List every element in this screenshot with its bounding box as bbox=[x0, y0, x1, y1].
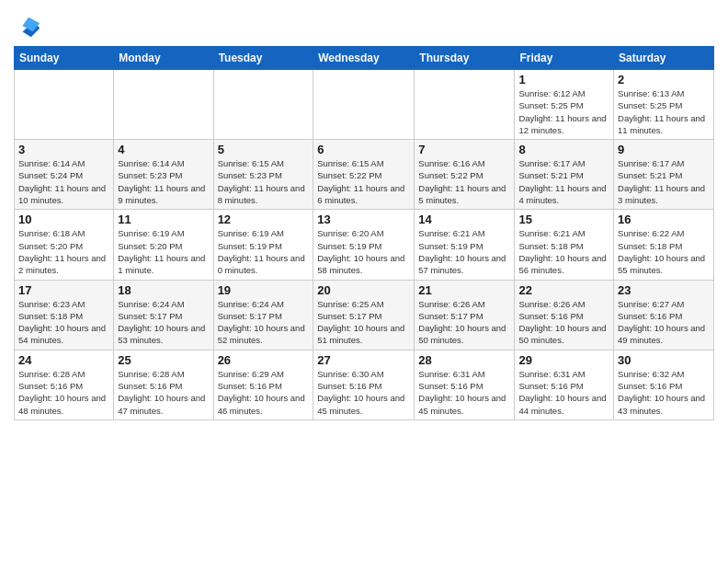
cell-day-number: 28 bbox=[418, 353, 510, 367]
cell-day-number: 8 bbox=[518, 143, 609, 156]
calendar-cell: 30Sunrise: 6:32 AM Sunset: 5:16 PM Dayli… bbox=[614, 350, 714, 419]
cell-info-text: Sunrise: 6:30 AM Sunset: 5:16 PM Dayligh… bbox=[317, 368, 410, 417]
cell-day-number: 12 bbox=[218, 213, 310, 226]
calendar-cell: 19Sunrise: 6:24 AM Sunset: 5:17 PM Dayli… bbox=[213, 280, 313, 350]
calendar-cell: 2Sunrise: 6:13 AM Sunset: 5:25 PM Daylig… bbox=[614, 70, 714, 140]
calendar-week-row: 3Sunrise: 6:14 AM Sunset: 5:24 PM Daylig… bbox=[15, 140, 714, 210]
cell-day-number: 13 bbox=[317, 213, 410, 226]
cell-info-text: Sunrise: 6:31 AM Sunset: 5:16 PM Dayligh… bbox=[518, 368, 609, 417]
cell-day-number: 23 bbox=[618, 283, 710, 297]
cell-day-number: 9 bbox=[618, 143, 710, 156]
calendar-week-row: 1Sunrise: 6:12 AM Sunset: 5:25 PM Daylig… bbox=[15, 70, 714, 140]
cell-day-number: 1 bbox=[518, 73, 609, 86]
cell-info-text: Sunrise: 6:12 AM Sunset: 5:25 PM Dayligh… bbox=[518, 87, 609, 136]
calendar-cell bbox=[415, 70, 515, 140]
calendar-cell: 17Sunrise: 6:23 AM Sunset: 5:18 PM Dayli… bbox=[15, 280, 114, 350]
calendar-table: SundayMondayTuesdayWednesdayThursdayFrid… bbox=[14, 46, 714, 420]
calendar-cell: 14Sunrise: 6:21 AM Sunset: 5:19 PM Dayli… bbox=[415, 210, 515, 280]
calendar-cell: 25Sunrise: 6:28 AM Sunset: 5:16 PM Dayli… bbox=[114, 350, 213, 419]
cell-day-number: 25 bbox=[118, 353, 209, 367]
cell-info-text: Sunrise: 6:32 AM Sunset: 5:16 PM Dayligh… bbox=[618, 368, 710, 417]
cell-info-text: Sunrise: 6:26 AM Sunset: 5:17 PM Dayligh… bbox=[418, 298, 510, 347]
weekday-header-row: SundayMondayTuesdayWednesdayThursdayFrid… bbox=[15, 47, 714, 70]
cell-day-number: 6 bbox=[317, 143, 410, 156]
cell-day-number: 18 bbox=[118, 283, 209, 297]
calendar-cell: 27Sunrise: 6:30 AM Sunset: 5:16 PM Dayli… bbox=[313, 350, 415, 419]
calendar-cell: 8Sunrise: 6:17 AM Sunset: 5:21 PM Daylig… bbox=[515, 140, 614, 210]
calendar-cell: 23Sunrise: 6:27 AM Sunset: 5:16 PM Dayli… bbox=[614, 280, 714, 350]
calendar-cell: 5Sunrise: 6:15 AM Sunset: 5:23 PM Daylig… bbox=[213, 140, 313, 210]
weekday-header-friday: Friday bbox=[515, 47, 614, 70]
cell-day-number: 2 bbox=[618, 73, 710, 86]
cell-day-number: 11 bbox=[118, 213, 209, 226]
cell-info-text: Sunrise: 6:17 AM Sunset: 5:21 PM Dayligh… bbox=[518, 157, 609, 206]
weekday-header-saturday: Saturday bbox=[614, 47, 714, 70]
calendar-cell bbox=[15, 70, 114, 140]
calendar-cell: 21Sunrise: 6:26 AM Sunset: 5:17 PM Dayli… bbox=[415, 280, 515, 350]
header-area bbox=[14, 9, 714, 39]
cell-day-number: 4 bbox=[118, 143, 209, 156]
calendar-cell: 13Sunrise: 6:20 AM Sunset: 5:19 PM Dayli… bbox=[313, 210, 415, 280]
calendar-cell: 12Sunrise: 6:19 AM Sunset: 5:19 PM Dayli… bbox=[213, 210, 313, 280]
weekday-header-tuesday: Tuesday bbox=[213, 47, 313, 70]
cell-info-text: Sunrise: 6:15 AM Sunset: 5:23 PM Dayligh… bbox=[218, 157, 310, 206]
cell-day-number: 16 bbox=[618, 213, 710, 226]
calendar-cell: 1Sunrise: 6:12 AM Sunset: 5:25 PM Daylig… bbox=[515, 70, 614, 140]
cell-info-text: Sunrise: 6:24 AM Sunset: 5:17 PM Dayligh… bbox=[118, 298, 209, 347]
cell-info-text: Sunrise: 6:13 AM Sunset: 5:25 PM Dayligh… bbox=[618, 87, 710, 136]
weekday-header-wednesday: Wednesday bbox=[313, 47, 415, 70]
calendar-cell: 9Sunrise: 6:17 AM Sunset: 5:21 PM Daylig… bbox=[614, 140, 714, 210]
calendar-cell bbox=[313, 70, 415, 140]
calendar-cell: 28Sunrise: 6:31 AM Sunset: 5:16 PM Dayli… bbox=[415, 350, 515, 419]
cell-info-text: Sunrise: 6:31 AM Sunset: 5:16 PM Dayligh… bbox=[418, 368, 510, 417]
cell-day-number: 5 bbox=[218, 143, 310, 156]
cell-info-text: Sunrise: 6:29 AM Sunset: 5:16 PM Dayligh… bbox=[218, 368, 310, 417]
calendar-cell: 24Sunrise: 6:28 AM Sunset: 5:16 PM Dayli… bbox=[15, 350, 114, 419]
cell-day-number: 26 bbox=[218, 353, 310, 367]
weekday-header-thursday: Thursday bbox=[415, 47, 515, 70]
cell-day-number: 20 bbox=[317, 283, 410, 297]
cell-day-number: 19 bbox=[218, 283, 310, 297]
cell-info-text: Sunrise: 6:15 AM Sunset: 5:22 PM Dayligh… bbox=[317, 157, 410, 206]
calendar-cell: 7Sunrise: 6:16 AM Sunset: 5:22 PM Daylig… bbox=[415, 140, 515, 210]
calendar-cell: 22Sunrise: 6:26 AM Sunset: 5:16 PM Dayli… bbox=[515, 280, 614, 350]
calendar-cell: 26Sunrise: 6:29 AM Sunset: 5:16 PM Dayli… bbox=[213, 350, 313, 419]
calendar-cell: 20Sunrise: 6:25 AM Sunset: 5:17 PM Dayli… bbox=[313, 280, 415, 350]
cell-info-text: Sunrise: 6:25 AM Sunset: 5:17 PM Dayligh… bbox=[317, 298, 410, 347]
cell-info-text: Sunrise: 6:24 AM Sunset: 5:17 PM Dayligh… bbox=[218, 298, 310, 347]
cell-day-number: 3 bbox=[18, 143, 109, 156]
calendar-week-row: 10Sunrise: 6:18 AM Sunset: 5:20 PM Dayli… bbox=[15, 210, 714, 280]
cell-day-number: 14 bbox=[418, 213, 510, 226]
cell-info-text: Sunrise: 6:21 AM Sunset: 5:18 PM Dayligh… bbox=[518, 227, 609, 276]
calendar-cell: 3Sunrise: 6:14 AM Sunset: 5:24 PM Daylig… bbox=[15, 140, 114, 210]
calendar-cell: 16Sunrise: 6:22 AM Sunset: 5:18 PM Dayli… bbox=[614, 210, 714, 280]
calendar-week-row: 24Sunrise: 6:28 AM Sunset: 5:16 PM Dayli… bbox=[15, 350, 714, 419]
cell-info-text: Sunrise: 6:22 AM Sunset: 5:18 PM Dayligh… bbox=[618, 227, 710, 276]
calendar-cell: 11Sunrise: 6:19 AM Sunset: 5:20 PM Dayli… bbox=[114, 210, 213, 280]
page-container: SundayMondayTuesdayWednesdayThursdayFrid… bbox=[0, 0, 728, 425]
weekday-header-monday: Monday bbox=[114, 47, 213, 70]
cell-day-number: 21 bbox=[418, 283, 510, 297]
calendar-cell: 29Sunrise: 6:31 AM Sunset: 5:16 PM Dayli… bbox=[515, 350, 614, 419]
cell-info-text: Sunrise: 6:28 AM Sunset: 5:16 PM Dayligh… bbox=[118, 368, 209, 417]
calendar-cell: 10Sunrise: 6:18 AM Sunset: 5:20 PM Dayli… bbox=[15, 210, 114, 280]
cell-day-number: 22 bbox=[518, 283, 609, 297]
cell-info-text: Sunrise: 6:23 AM Sunset: 5:18 PM Dayligh… bbox=[18, 298, 109, 347]
cell-day-number: 7 bbox=[418, 143, 510, 156]
cell-day-number: 17 bbox=[18, 283, 109, 297]
cell-info-text: Sunrise: 6:21 AM Sunset: 5:19 PM Dayligh… bbox=[418, 227, 510, 276]
cell-info-text: Sunrise: 6:28 AM Sunset: 5:16 PM Dayligh… bbox=[18, 368, 109, 417]
calendar-cell: 18Sunrise: 6:24 AM Sunset: 5:17 PM Dayli… bbox=[114, 280, 213, 350]
calendar-cell: 6Sunrise: 6:15 AM Sunset: 5:22 PM Daylig… bbox=[313, 140, 415, 210]
cell-day-number: 30 bbox=[618, 353, 710, 367]
calendar-cell: 4Sunrise: 6:14 AM Sunset: 5:23 PM Daylig… bbox=[114, 140, 213, 210]
cell-day-number: 29 bbox=[518, 353, 609, 367]
cell-info-text: Sunrise: 6:19 AM Sunset: 5:19 PM Dayligh… bbox=[218, 227, 310, 276]
calendar-week-row: 17Sunrise: 6:23 AM Sunset: 5:18 PM Dayli… bbox=[15, 280, 714, 350]
cell-info-text: Sunrise: 6:16 AM Sunset: 5:22 PM Dayligh… bbox=[418, 157, 510, 206]
cell-info-text: Sunrise: 6:14 AM Sunset: 5:24 PM Dayligh… bbox=[18, 157, 109, 206]
logo-icon bbox=[16, 13, 41, 39]
calendar-cell bbox=[114, 70, 213, 140]
cell-info-text: Sunrise: 6:27 AM Sunset: 5:16 PM Dayligh… bbox=[618, 298, 710, 347]
cell-info-text: Sunrise: 6:20 AM Sunset: 5:19 PM Dayligh… bbox=[317, 227, 410, 276]
